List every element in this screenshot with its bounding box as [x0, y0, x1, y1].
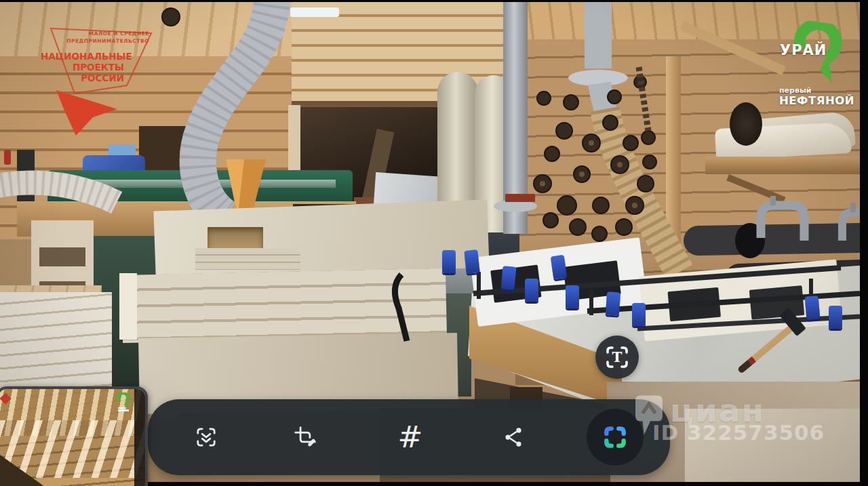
scan-text-icon: T [604, 344, 631, 371]
np-title-line3: РОССИИ [41, 73, 124, 83]
national-projects-logo: МАЛОЕ И СРЕДНЕЕ ПРЕДПРИНИМАТЕЛЬСТВО НАЦИ… [37, 24, 163, 146]
np-top-line2: ПРЕДПРИНИМАТЕЛЬСТВО [41, 38, 149, 44]
screenshot-thumbnail[interactable] [0, 386, 148, 486]
letterbox-right [860, 0, 868, 486]
letterbox-top [0, 0, 868, 2]
extract-text-button[interactable]: T [595, 336, 639, 379]
crop-edit-icon [294, 426, 317, 449]
screenshot-root: МАЛОЕ И СРЕДНЕЕ ПРЕДПРИНИМАТЕЛЬСТВО НАЦИ… [0, 0, 868, 486]
share-button[interactable] [494, 418, 532, 456]
screenshot-toolbar: # [148, 399, 670, 475]
np-title-block: НАЦИОНАЛЬНЫЕ ПРОЕКТЫ РОССИИ [41, 51, 124, 83]
scroll-capture-button[interactable] [187, 418, 225, 456]
np-title-line2: ПРОЕКТЫ [41, 62, 124, 73]
share-icon [502, 426, 525, 449]
hashtag-button[interactable]: # [391, 418, 429, 456]
uray-logo: УРАЙ первый НЕФТЯНОЙ [773, 26, 860, 117]
scan-button-active[interactable] [587, 409, 644, 466]
np-top-line1: МАЛОЕ И СРЕДНЕЕ [41, 31, 149, 37]
uray-subtitle-large: НЕФТЯНОЙ [779, 94, 854, 107]
scroll-capture-icon [195, 426, 218, 449]
np-title-line1: НАЦИОНАЛЬНЫЕ [41, 51, 124, 62]
thumb-uray-logo-icon [117, 392, 132, 413]
svg-text:T: T [612, 349, 623, 365]
thumb-right-shade [134, 389, 145, 486]
crop-edit-button[interactable] [286, 418, 324, 456]
scan-frame-icon [602, 424, 628, 450]
thumb-lumber-diagonal [0, 420, 145, 478]
uray-city-label: УРАЙ [780, 42, 827, 58]
hashtag-icon: # [398, 418, 423, 456]
